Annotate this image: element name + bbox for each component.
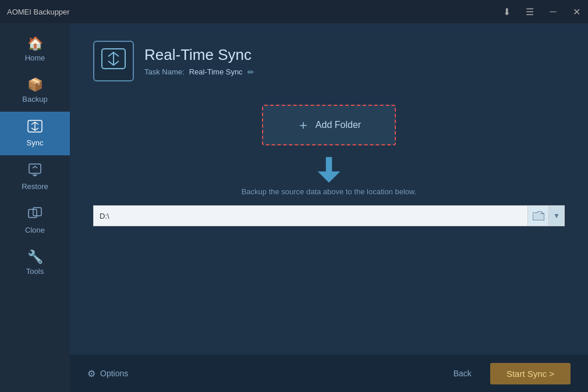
page-icon-box bbox=[93, 41, 134, 81]
close-icon[interactable]: ✕ bbox=[569, 5, 583, 19]
back-button[interactable]: Back bbox=[444, 364, 481, 383]
sidebar-item-home[interactable]: 🏠 Home bbox=[0, 29, 70, 70]
page-title: Real-Time Sync bbox=[144, 46, 254, 64]
sync-icon bbox=[27, 120, 42, 135]
bottom-right: Back Start Sync > bbox=[444, 363, 571, 384]
page-title-area: Real-Time Sync Task Name: Real-Time Sync… bbox=[144, 46, 254, 77]
sidebar-item-clone[interactable]: Clone bbox=[0, 199, 70, 243]
sidebar-item-restore[interactable]: Restore bbox=[0, 155, 70, 199]
task-name-row: Task Name: Real-Time Sync ✏ bbox=[144, 67, 254, 77]
bottom-bar: ⚙ Options Back Start Sync > bbox=[70, 355, 588, 392]
sidebar-item-label-tools: Tools bbox=[26, 267, 44, 276]
add-folder-label: Add Folder bbox=[316, 120, 361, 130]
plus-icon: ＋ bbox=[297, 116, 310, 134]
sidebar-item-sync[interactable]: Sync bbox=[0, 112, 70, 155]
svg-rect-10 bbox=[533, 213, 544, 220]
clone-icon bbox=[28, 207, 42, 222]
task-name-label: Task Name: bbox=[144, 67, 185, 76]
sidebar: 🏠 Home 📦 Backup Sync bbox=[0, 23, 70, 392]
gear-icon: ⚙ bbox=[87, 368, 95, 379]
browse-button[interactable] bbox=[527, 205, 548, 226]
destination-row: ▼ bbox=[93, 205, 565, 226]
svg-marker-9 bbox=[318, 172, 341, 183]
sidebar-item-label-backup: Backup bbox=[22, 95, 47, 104]
options-label: Options bbox=[100, 369, 128, 378]
sidebar-item-tools[interactable]: 🔧 Tools bbox=[0, 243, 70, 284]
page-header: Real-Time Sync Task Name: Real-Time Sync… bbox=[93, 41, 565, 81]
instruction-text: Backup the source data above to the loca… bbox=[93, 187, 565, 196]
down-arrow-icon bbox=[316, 157, 342, 183]
titlebar-controls: ⬇ ☰ ─ ✕ bbox=[500, 0, 583, 23]
tools-icon: 🔧 bbox=[27, 251, 43, 263]
download-icon[interactable]: ⬇ bbox=[500, 5, 513, 19]
destination-dropdown[interactable]: ▼ bbox=[548, 205, 565, 226]
down-arrow-container bbox=[93, 157, 565, 183]
sidebar-item-backup[interactable]: 📦 Backup bbox=[0, 70, 70, 112]
svg-rect-5 bbox=[33, 208, 41, 216]
add-folder-container: ＋ Add Folder bbox=[93, 105, 565, 145]
sidebar-item-label-restore: Restore bbox=[22, 182, 48, 191]
sidebar-item-label-home: Home bbox=[25, 54, 45, 62]
svg-rect-2 bbox=[29, 164, 41, 173]
edit-icon[interactable]: ✏ bbox=[247, 67, 254, 77]
sidebar-item-label-clone: Clone bbox=[25, 226, 45, 234]
svg-rect-8 bbox=[326, 157, 332, 172]
restore-icon bbox=[28, 163, 42, 179]
add-folder-button[interactable]: ＋ Add Folder bbox=[262, 105, 396, 145]
svg-rect-4 bbox=[29, 209, 37, 218]
titlebar: AOMEI Backupper ⬇ ☰ ─ ✕ bbox=[0, 0, 588, 23]
start-sync-button[interactable]: Start Sync > bbox=[490, 363, 571, 384]
backup-icon: 📦 bbox=[27, 79, 43, 91]
sync-page-icon bbox=[101, 48, 126, 74]
task-name-value: Real-Time Sync bbox=[189, 67, 243, 76]
sidebar-item-label-sync: Sync bbox=[27, 138, 44, 147]
app-title: AOMEI Backupper bbox=[7, 8, 70, 16]
destination-input[interactable] bbox=[93, 205, 527, 226]
options-button[interactable]: ⚙ Options bbox=[87, 368, 128, 379]
main-content: Real-Time Sync Task Name: Real-Time Sync… bbox=[70, 23, 588, 392]
app-body: 🏠 Home 📦 Backup Sync bbox=[0, 23, 588, 392]
home-icon: 🏠 bbox=[27, 37, 43, 50]
minimize-icon[interactable]: ─ bbox=[546, 5, 560, 19]
menu-icon[interactable]: ☰ bbox=[523, 5, 537, 19]
